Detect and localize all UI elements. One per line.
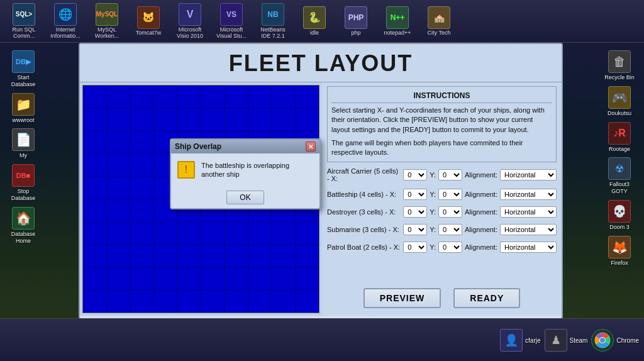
grid-cell[interactable] <box>248 267 272 290</box>
grid-cell[interactable] <box>83 245 107 267</box>
grid-cell[interactable] <box>83 153 107 176</box>
grid-cell[interactable] <box>107 153 131 176</box>
grid-cell[interactable] <box>130 267 154 290</box>
grid-cell[interactable] <box>154 267 178 290</box>
ship-overlap-dialog[interactable]: Ship Overlap ✕ ! The battleship is overl… <box>170 138 321 209</box>
taskbar-icon-tomcat[interactable]: 🐱 Tomcat7w <box>130 5 167 38</box>
grid-cell[interactable] <box>296 108 319 131</box>
icon-doom[interactable]: 💀 Doom 3 <box>601 200 638 231</box>
grid-cell[interactable] <box>225 222 248 245</box>
grid-cell[interactable] <box>130 153 154 176</box>
grid-cell[interactable] <box>296 267 319 290</box>
grid-cell[interactable] <box>177 290 201 313</box>
grid-cell[interactable] <box>107 86 131 108</box>
grid-cell[interactable] <box>107 199 131 221</box>
dialog-ok-button[interactable]: OK <box>226 191 264 204</box>
grid-cell[interactable] <box>248 222 272 245</box>
grid-cell[interactable] <box>225 290 248 313</box>
icon-doukutsu[interactable]: 🎮 Doukutsu <box>601 86 638 117</box>
grid-cell[interactable] <box>154 108 178 131</box>
taskbar-icon-netbeans[interactable]: NB NetBeans IDE 7.2.1 <box>254 2 292 41</box>
grid-cell[interactable] <box>177 245 201 267</box>
ready-button[interactable]: READY <box>453 288 520 308</box>
grid-cell[interactable] <box>130 245 154 267</box>
grid-cell[interactable] <box>272 86 296 108</box>
battleship-align[interactable]: HorizontalVertical <box>500 189 557 200</box>
grid-cell[interactable] <box>177 108 201 131</box>
grid-cell[interactable] <box>177 86 201 108</box>
icon-my[interactable]: 📄 My <box>5 128 42 159</box>
grid-cell[interactable] <box>225 245 248 267</box>
icon-fallout[interactable]: ☢ Fallout3 GOTY <box>601 157 638 195</box>
grid-cell[interactable] <box>225 108 248 131</box>
icon-database-home[interactable]: 🏠 Database Home <box>5 207 42 245</box>
icon-wwwroot[interactable]: 📁 wwwroot <box>5 93 42 124</box>
icon-start-database[interactable]: DB▶ Start Database <box>5 50 42 88</box>
grid-cell[interactable] <box>296 290 319 313</box>
grid-cell[interactable] <box>83 290 107 313</box>
grid-cell[interactable] <box>296 222 319 245</box>
submarine-x[interactable]: 01 <box>403 224 427 235</box>
grid-cell[interactable] <box>130 176 154 199</box>
icon-chrome[interactable]: Chrome <box>591 329 639 352</box>
grid-cell[interactable] <box>130 108 154 131</box>
submarine-y[interactable]: 01 <box>438 224 462 235</box>
grid-cell[interactable] <box>177 267 201 290</box>
grid-cell[interactable] <box>272 267 296 290</box>
grid-cell[interactable] <box>201 86 225 108</box>
grid-cell[interactable] <box>201 267 225 290</box>
grid-cell[interactable] <box>107 290 131 313</box>
grid-cell[interactable] <box>83 222 107 245</box>
destroyer-y[interactable]: 01 <box>438 206 462 218</box>
grid-cell[interactable] <box>201 108 225 131</box>
taskbar-icon-ie[interactable]: 🌐 Internet Informatio... <box>47 2 84 41</box>
grid-cell[interactable] <box>83 199 107 221</box>
aircraft-carrier-y[interactable]: 0123456789 <box>438 169 462 181</box>
grid-cell[interactable] <box>248 108 272 131</box>
grid-cell[interactable] <box>154 290 178 313</box>
patrol-boat-x[interactable]: 01 <box>403 242 427 253</box>
battleship-x[interactable]: 0123 <box>403 189 427 200</box>
grid-cell[interactable] <box>107 245 131 267</box>
grid-cell[interactable] <box>177 222 201 245</box>
grid-cell[interactable] <box>107 176 131 199</box>
taskbar-icon-php[interactable]: PHP php <box>337 5 375 38</box>
grid-cell[interactable] <box>107 108 131 131</box>
icon-steam[interactable]: ♟ Steam <box>545 329 588 352</box>
icon-recycle-bin[interactable]: 🗑 Recycle Bin <box>601 50 638 81</box>
icon-cfarje[interactable]: 👤 cfarje <box>500 329 540 352</box>
submarine-align[interactable]: HorizontalVertical <box>500 224 557 235</box>
icon-rootage[interactable]: ♪R Rootage <box>601 122 638 153</box>
taskbar-icon-idle[interactable]: 🐍 idle <box>296 5 333 38</box>
grid-cell[interactable] <box>107 222 131 245</box>
destroyer-x[interactable]: 01 <box>403 206 427 218</box>
taskbar-icon-citytech[interactable]: 🏫 City Tech <box>420 5 458 38</box>
taskbar-icon-visio[interactable]: V Microsoft Visio 2010 <box>171 2 209 41</box>
aircraft-carrier-align[interactable]: HorizontalVertical <box>500 169 557 181</box>
grid-cell[interactable] <box>130 290 154 313</box>
grid-cell[interactable] <box>130 222 154 245</box>
grid-cell[interactable] <box>248 245 272 267</box>
destroyer-align[interactable]: HorizontalVertical <box>500 206 557 218</box>
grid-cell[interactable] <box>272 222 296 245</box>
grid-cell[interactable] <box>130 131 154 153</box>
grid-cell[interactable] <box>272 290 296 313</box>
grid-cell[interactable] <box>296 245 319 267</box>
icon-firefox[interactable]: 🦊 Firefox <box>601 236 638 267</box>
grid-cell[interactable] <box>248 86 272 108</box>
grid-cell[interactable] <box>83 267 107 290</box>
grid-cell[interactable] <box>154 222 178 245</box>
grid-cell[interactable] <box>272 245 296 267</box>
battleship-y[interactable]: 01 <box>438 189 462 200</box>
grid-cell[interactable] <box>130 86 154 108</box>
taskbar-icon-sql[interactable]: SQL> Run SQL Comm... <box>5 2 43 41</box>
grid-cell[interactable] <box>201 290 225 313</box>
grid-cell[interactable] <box>201 222 225 245</box>
grid-cell[interactable] <box>154 86 178 108</box>
grid-cell[interactable] <box>83 86 107 108</box>
grid-cell[interactable] <box>272 108 296 131</box>
grid-cell[interactable] <box>107 131 131 153</box>
grid-cell[interactable] <box>83 131 107 153</box>
preview-button[interactable]: PREVIEW <box>364 288 441 308</box>
patrol-boat-y[interactable]: 01 <box>438 242 462 253</box>
